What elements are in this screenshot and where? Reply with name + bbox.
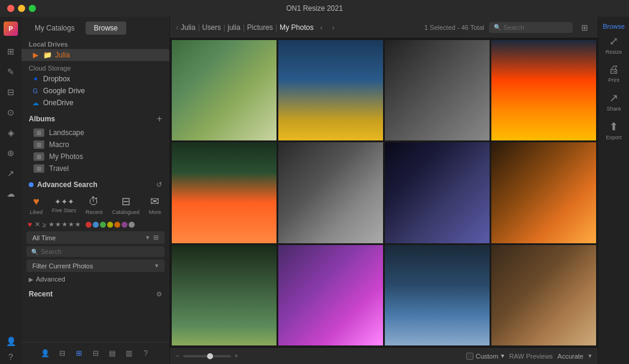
custom-dropdown[interactable]: ▾ <box>501 352 505 360</box>
albums-header[interactable]: Albums + <box>22 109 169 127</box>
view-icon-2[interactable]: ⊟ <box>55 346 69 360</box>
rp-export[interactable]: ⬆ Export <box>600 117 628 144</box>
zoom-slider[interactable] <box>183 355 231 357</box>
camera-icon[interactable]: ⊙ <box>1 103 20 122</box>
zoom-slider-thumb[interactable] <box>207 353 213 359</box>
view-icon-4[interactable]: ▤ <box>105 346 120 360</box>
sidebar-item-dropbox[interactable]: ✦ Dropbox <box>22 73 169 85</box>
custom-checkbox[interactable] <box>466 353 473 360</box>
close-button[interactable] <box>7 5 14 12</box>
photo-cell-6[interactable] <box>278 142 383 243</box>
sidebar-item-google-drive[interactable]: G Google Drive <box>22 85 169 97</box>
catalogued-icon: ⊟ <box>121 195 130 208</box>
person-icon[interactable]: 👤 <box>1 334 20 348</box>
sidebar-search-input[interactable] <box>41 248 160 255</box>
edit-icon[interactable]: ✎ <box>1 62 20 81</box>
filter-catalogued[interactable]: ⊟ Catalogued <box>110 194 142 216</box>
breadcrumb-users[interactable]: Users <box>202 23 221 32</box>
star-3[interactable]: ★ <box>62 221 68 228</box>
filter-recent[interactable]: ⏱ Recent <box>83 194 105 216</box>
album-item-macro[interactable]: ▦ Macro <box>22 139 169 151</box>
sidebar-search-box[interactable]: 🔍 <box>26 246 165 257</box>
breadcrumb-julia[interactable]: Julia <box>181 23 196 32</box>
maximize-button[interactable] <box>29 5 36 12</box>
view-icon-5[interactable]: ▥ <box>122 346 136 360</box>
photo-cell-9[interactable] <box>172 245 276 345</box>
color-dot-gray[interactable] <box>129 222 135 228</box>
rp-share[interactable]: ↗ Share <box>600 88 628 115</box>
tab-my-catalogs[interactable]: My Catalogs <box>26 22 83 35</box>
accurate-dropdown[interactable]: Accurate <box>558 353 584 360</box>
photo-cell-11[interactable] <box>385 245 490 345</box>
breadcrumb-next-btn[interactable]: › <box>328 22 339 33</box>
effects-icon[interactable]: ◈ <box>1 123 20 142</box>
cloud-icon[interactable]: ☁ <box>1 184 20 203</box>
zoom-in-icon[interactable]: + <box>235 353 238 359</box>
star-5[interactable]: ★ <box>75 221 81 228</box>
filter-current-dropdown[interactable]: Filter Current Photos ▾ <box>26 259 165 272</box>
rp-print[interactable]: 🖨 Print <box>600 60 628 87</box>
breadcrumb-julia-user[interactable]: julia <box>227 23 240 32</box>
view-icon-3[interactable]: ⊟ <box>89 346 103 360</box>
photo-cell-2[interactable] <box>278 40 383 140</box>
clear-filter-icon[interactable]: ✕ <box>35 221 40 228</box>
photo-cell-5[interactable] <box>172 142 276 243</box>
photo-cell-10[interactable] <box>278 245 383 345</box>
color-dot-yellow[interactable] <box>107 222 113 228</box>
color-dot-orange[interactable] <box>114 222 120 228</box>
advanced-toggle[interactable]: ▶ Advanced <box>22 273 169 285</box>
print-icon[interactable]: ⊛ <box>1 143 20 163</box>
photo-cell-8[interactable] <box>491 142 596 243</box>
topbar-search-input[interactable] <box>503 24 586 31</box>
tab-browse[interactable]: Browse <box>86 22 126 35</box>
star-2[interactable]: ★ <box>55 221 61 228</box>
accurate-arrow[interactable]: ▾ <box>588 352 592 360</box>
breadcrumb-back-icon[interactable]: ‹ <box>176 23 178 32</box>
sidebar: My Catalogs Browse Local Drives ▶ 📁 Juli… <box>22 17 170 364</box>
sidebar-item-julia[interactable]: ▶ 📁 Julia <box>22 49 169 61</box>
album-item-landscape[interactable]: ▦ Landscape <box>22 127 169 139</box>
filter-current-label: Filter Current Photos <box>32 262 155 270</box>
photo-cell-12[interactable] <box>491 245 596 345</box>
help-bottom-icon[interactable]: ? <box>139 346 153 360</box>
filter-options-row: ♥ ✕ ≥ ★ ★ ★ ★ ★ <box>22 219 169 230</box>
view-icon-1[interactable]: 👤 <box>38 346 53 360</box>
star-4[interactable]: ★ <box>68 221 74 228</box>
sidebar-item-onedrive[interactable]: ☁ OneDrive <box>22 97 169 109</box>
star-1[interactable]: ★ <box>48 221 54 228</box>
sidebar-tabs: My Catalogs Browse <box>22 17 169 37</box>
album-thumb: ▦ <box>34 140 44 149</box>
zoom-out-icon[interactable]: − <box>176 353 180 359</box>
help-icon[interactable]: ? <box>1 350 20 364</box>
photos-icon[interactable]: ⊞ <box>1 42 20 61</box>
filter-liked[interactable]: ♥ Liked <box>28 194 45 216</box>
color-dot-green[interactable] <box>100 222 106 228</box>
color-dot-red[interactable] <box>86 222 92 228</box>
add-album-button[interactable]: + <box>157 114 162 124</box>
breadcrumb-pictures[interactable]: Pictures <box>247 23 273 32</box>
heart-filter-icon[interactable]: ♥ <box>28 220 32 229</box>
color-dot-blue[interactable] <box>93 222 99 228</box>
topbar-search[interactable]: 🔍 <box>489 22 573 33</box>
time-filter-dropdown[interactable]: All Time ▾ ⊞ <box>26 231 165 244</box>
new-folder-button[interactable]: ⊞ <box>578 20 592 35</box>
photo-cell-3[interactable] <box>385 40 490 140</box>
album-item-travel[interactable]: ▦ Travel <box>22 163 169 175</box>
refresh-icon[interactable]: ↺ <box>156 181 162 189</box>
minimize-button[interactable] <box>18 5 25 12</box>
photo-cell-1[interactable] <box>172 40 276 140</box>
filter-more[interactable]: ✉ More <box>147 194 164 216</box>
album-item-my-photos[interactable]: ▦ My Photos <box>22 151 169 163</box>
gear-icon[interactable]: ⚙ <box>156 290 162 298</box>
grid-view-icon[interactable]: ⊞ <box>153 234 159 241</box>
view-grid-icon[interactable]: ⊞ <box>72 346 86 360</box>
color-dot-purple[interactable] <box>121 222 127 228</box>
photo-cell-7[interactable] <box>385 142 490 243</box>
breadcrumb-prev-btn[interactable]: ‹ <box>316 22 327 33</box>
breadcrumb: ‹ Julia | Users | julia | Pictures | My … <box>176 22 420 33</box>
layers-icon[interactable]: ⊟ <box>1 82 20 102</box>
photo-cell-4[interactable] <box>491 40 596 140</box>
rp-resize[interactable]: ⤢ Resize <box>600 31 628 59</box>
filter-five-stars[interactable]: ✦✦✦ Five Stars <box>50 196 79 215</box>
share-icon[interactable]: ↗ <box>1 164 20 183</box>
